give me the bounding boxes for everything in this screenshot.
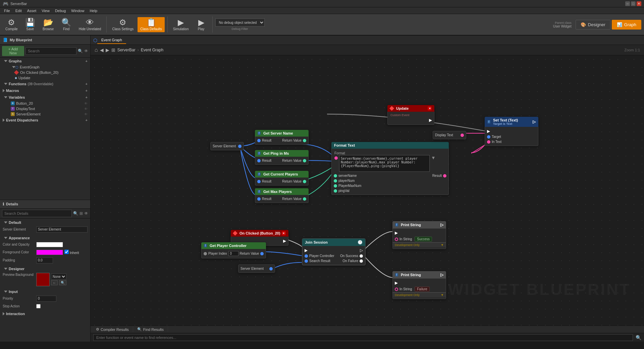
get-server-name-node[interactable]: f Get Server Name Result Return Value [255, 130, 309, 145]
print-success-node[interactable]: f Print String ▷ ▶ In String Succ [392, 221, 446, 249]
on-clicked-close[interactable]: ✕ [282, 231, 286, 235]
macros-add-button[interactable]: + [86, 89, 88, 93]
join-session-node[interactable]: Join Session 🕐 ▶ ▷ [302, 238, 366, 265]
details-eye-icon[interactable]: 👁 [84, 211, 88, 216]
server-element-prop: Server Element [3, 226, 88, 233]
get-max-players-node[interactable]: f Get Max Players Result Return Value [255, 188, 309, 203]
play-button[interactable]: ▶ Play [193, 17, 210, 32]
functions-add-button[interactable]: + [86, 82, 88, 86]
foreground-color-swatch[interactable] [36, 250, 63, 255]
on-clicked-item[interactable]: On Clicked (Button_20) [0, 70, 90, 75]
event-graph-item[interactable]: ⬡ EventGraph [0, 64, 90, 70]
find-bar-search-btn[interactable]: 🔍 [636, 335, 641, 340]
preview-arrow-left[interactable]: ← [51, 280, 58, 285]
compile-button[interactable]: ⚙ Compile [3, 17, 20, 32]
print-failure-node[interactable]: f Print String ▷ ▶ In String Fail [392, 271, 446, 299]
menu-view[interactable]: View [39, 8, 52, 13]
designer-section-header[interactable]: Designer [3, 267, 88, 271]
save-button[interactable]: 💾 Save [22, 17, 39, 32]
get-player-controller-node[interactable]: f Get Player Controller Player Index Ret… [201, 242, 266, 258]
update-item[interactable]: ◆ Update [0, 75, 90, 81]
menu-debug[interactable]: Debug [52, 8, 68, 13]
find-button[interactable]: 🔍 Find [58, 17, 75, 32]
server-element-input[interactable] [36, 227, 88, 233]
blueprint-search-input[interactable] [25, 47, 76, 55]
details-search-input[interactable] [2, 210, 72, 217]
add-new-button[interactable]: + Add New [2, 46, 24, 56]
variables-section[interactable]: Variables + [0, 94, 90, 101]
menu-edit[interactable]: Edit [13, 8, 24, 13]
details-grid-icon[interactable]: ⊞ [79, 211, 83, 216]
dispatchers-add-button[interactable]: + [86, 118, 88, 122]
win-maximize[interactable]: □ [631, 1, 636, 6]
debug-object-select[interactable]: No debug object selected [215, 18, 265, 27]
color-opacity-swatch[interactable] [36, 242, 63, 247]
format-text-node[interactable]: Format Text Format ServerName:{serverNam… [331, 142, 449, 195]
graphs-section[interactable]: Graphs + [0, 58, 90, 64]
browse-button[interactable]: 📂 Browse [40, 17, 57, 32]
get-ping-node[interactable]: f Get Ping in Ms Result Return Value [255, 150, 309, 165]
functions-section[interactable]: Functions (39 Overridable) + [0, 81, 90, 87]
breadcrumb-forward-btn[interactable]: ▶ [106, 47, 109, 53]
find-bar: 🔍 [91, 333, 644, 342]
compiler-results-tab[interactable]: ⚙ Compiler Results [92, 327, 133, 332]
input-section-header[interactable]: Input [3, 290, 88, 294]
blueprint-search-button[interactable]: 🔍 [78, 49, 83, 53]
priority-input[interactable] [36, 296, 56, 302]
set-text-node[interactable]: f Set Text (Text) Target is Text ▷ ▶ [485, 117, 538, 146]
gpc-header: f Get Player Controller [201, 242, 266, 249]
details-search-icon[interactable]: 🔍 [73, 211, 78, 216]
stop-action-checkbox[interactable] [36, 304, 41, 308]
server-element-var[interactable]: S ServerElement 👁 [0, 111, 90, 117]
win-minimize[interactable]: ─ [625, 1, 630, 6]
win-close[interactable]: ✕ [637, 1, 641, 6]
server-element-ref-node[interactable]: Server Element [210, 142, 244, 150]
button-20-var[interactable]: B Button_20 👁 [0, 101, 90, 106]
graphs-add-button[interactable]: + [86, 59, 88, 63]
interaction-section-header[interactable]: Interaction [3, 312, 88, 316]
stop-action-label: Stop Action [3, 304, 36, 308]
ps-expand[interactable]: ▼ [441, 243, 444, 247]
pf-exec-in: ▶ [395, 281, 398, 285]
update-node[interactable]: Update ✕ Custom Event ▶ [387, 105, 434, 125]
default-section-header[interactable]: Default [3, 220, 88, 225]
designer-button[interactable]: 🎨 Designer [576, 20, 610, 30]
format-text-textarea[interactable]: ServerName:{serverName},current player N… [339, 155, 430, 172]
preview-bg-swatch[interactable] [36, 273, 50, 286]
menu-file[interactable]: File [1, 8, 13, 13]
event-graph-tab[interactable]: Event Graph [97, 37, 126, 44]
gpc-player-index-input[interactable] [228, 251, 238, 256]
menu-asset[interactable]: Asset [24, 8, 39, 13]
blueprint-eye-button[interactable]: 👁 [84, 49, 88, 53]
menu-help[interactable]: Help [87, 8, 100, 13]
breadcrumb-home-btn[interactable]: ⌂ [95, 47, 98, 53]
update-close[interactable]: ✕ [428, 106, 432, 110]
hide-unrelated-button[interactable]: 👁 Hide Unrelated [76, 17, 104, 32]
simulation-button[interactable]: ▶ Simulation [170, 17, 192, 32]
format-expand-icon[interactable]: ▼ [431, 155, 436, 160]
server-element-ref2-node[interactable]: Server Element [238, 264, 275, 273]
breadcrumb-back-btn[interactable]: ◀ [100, 47, 104, 53]
class-defaults-button[interactable]: 📋 Class Defaults [138, 17, 164, 32]
display-text-ref-node[interactable]: Display Text [433, 131, 466, 139]
display-text-var[interactable]: T DisplayText 👁 [0, 106, 90, 111]
appearance-section-header[interactable]: Appearance [3, 236, 88, 240]
graph-button[interactable]: 📊 Graph [612, 20, 641, 30]
inherit-checkbox[interactable] [64, 250, 69, 254]
event-dispatchers-section[interactable]: Event Dispatchers + [0, 117, 90, 123]
get-current-players-node[interactable]: f Get Current Players Result Return Valu… [255, 171, 309, 186]
preview-bg-select[interactable]: None [51, 273, 66, 280]
preview-search-btn[interactable]: 🔍 [59, 280, 66, 285]
find-results-tab[interactable]: 🔍 Find Results [133, 327, 168, 332]
pf-expand[interactable]: ▼ [441, 293, 444, 297]
gcp-title: Get Current Players [263, 172, 298, 176]
padding-input[interactable] [36, 257, 53, 263]
menu-window[interactable]: Window [68, 8, 87, 13]
toolbar-separator-1 [106, 16, 107, 33]
set-text-f-badge: f [487, 120, 490, 123]
class-settings-button[interactable]: ⚙ Class Settings [109, 17, 136, 32]
find-bar-input[interactable] [93, 334, 633, 341]
graph-canvas[interactable]: Update ✕ Custom Event ▶ f S [91, 55, 644, 326]
variables-add-button[interactable]: + [86, 95, 88, 99]
macros-section[interactable]: Macros + [0, 87, 90, 94]
